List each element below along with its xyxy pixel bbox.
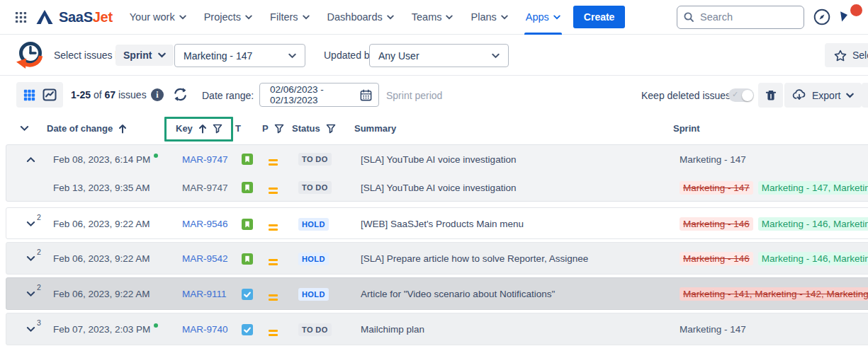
header-key[interactable]: Key [176,123,235,134]
logo-text: SaaSJet [59,9,113,25]
date-range-input[interactable]: 02/06/2023 - 02/13/2023 [259,83,379,107]
header-sprint[interactable]: Sprint [673,123,868,134]
chevron-down-icon [26,326,35,333]
sprint-select[interactable]: Marketing - 147 [174,44,305,67]
nav-dashboards[interactable]: Dashboards [327,0,394,35]
chevron-down-icon [492,53,500,59]
sprint-cell: Marketing - 147 [680,154,868,165]
chevron-down-icon [245,15,252,20]
table-row[interactable]: 2 Feb 06, 2023, 9:22 AM MAR-9542 HOLD [S… [6,242,868,275]
chevron-down-icon [501,15,508,20]
grid-dots-icon [14,11,28,24]
priority-medium-icon [269,259,278,265]
header-status[interactable]: Status [292,123,354,134]
search-input[interactable] [677,6,804,29]
issue-key-link[interactable]: MAR-9546 [182,219,228,229]
chevron-down-icon [26,255,35,262]
table-subrow[interactable]: Feb 13, 2023, 9:35 AM MAR-9747 TO DO [SL… [6,173,868,202]
deleted-issues-trash-button[interactable] [758,83,783,108]
issue-key-link[interactable]: MAR-9747 [182,154,228,165]
table-row[interactable]: 2 Feb 06, 2023, 9:22 AM MAR-9546 HOLD [W… [6,207,868,239]
issue-key-link[interactable]: MAR-9111 [182,289,227,299]
calendar-icon [359,88,373,102]
story-type-icon [242,154,253,165]
date-cell: Feb 06, 2023, 9:22 AM [53,289,182,299]
settings-button-partial[interactable] [862,83,868,108]
nav-plans[interactable]: Plans [470,0,507,35]
refresh-icon[interactable] [173,87,188,102]
help-compass-icon[interactable] [813,8,831,26]
check-icon: ✓ [732,90,738,99]
issue-key-link[interactable]: MAR-9747 [182,183,228,193]
table-view-icon[interactable] [22,88,37,103]
saasjet-logo[interactable]: SaaSJet [35,9,113,25]
summary-cell: [SLA] YouTube AI voice investigation [361,154,680,165]
issues-by-mode-dropdown[interactable]: Sprint [115,45,174,66]
nav-filters[interactable]: Filters [270,0,309,35]
info-icon[interactable]: i [151,88,164,101]
expand-row-chevron[interactable]: 3 [26,326,35,333]
status-badge: TO DO [298,153,332,166]
table-row[interactable]: Feb 08, 2023, 6:14 PM MAR-9747 TO DO [SL… [6,145,868,173]
filter-funnel-icon[interactable] [326,124,336,134]
chevron-down-icon [303,15,310,20]
collapse-row-chevron[interactable] [26,156,35,163]
date-range-label: Date range: [202,90,254,101]
issues-count: 1-25 of 67 issues [71,89,147,100]
filter-funnel-icon[interactable] [213,124,222,134]
date-cell: Feb 06, 2023, 9:22 AM [53,253,182,264]
chevron-down-icon [179,15,186,20]
table-row-selected[interactable]: 2 Feb 06, 2023, 9:22 AM MAR-9111 HOLD Ar… [6,277,868,310]
expand-row-chevron[interactable]: 2 [26,221,35,227]
nav-items: Your work Projects Filters Dashboards Te… [130,0,560,35]
export-button[interactable]: Export [784,83,862,108]
date-cell: Feb 07, 2023, 2:03 PM [53,324,182,335]
story-type-icon [242,253,253,265]
table-row[interactable]: 3 Feb 07, 2023, 2:03 PM MAR-9740 TO DO M… [6,313,868,345]
summary-cell: [SLA] Prepare article how to solve Repor… [361,253,680,264]
changes-count: 3 [37,318,41,327]
star-icon [834,50,847,62]
chart-view-icon[interactable] [42,87,57,103]
change-dot-indicator [154,323,158,328]
nav-projects[interactable]: Projects [204,0,252,35]
header-summary[interactable]: Summary [354,123,673,134]
issue-key-link[interactable]: MAR-9740 [182,324,228,335]
keep-deleted-toggle[interactable]: ✓ [728,88,754,102]
sprint-new-value: Marketing - 147, Marketing - 148 [758,181,868,195]
create-button[interactable]: Create [573,6,626,28]
chevron-down-icon [288,53,296,59]
select-saved-filter-button[interactable]: Select [825,43,868,67]
summary-cell: Mailchimp plan [361,324,680,335]
expand-row-chevron[interactable]: 2 [26,255,35,262]
sort-up-icon[interactable] [118,124,127,134]
chevron-down-icon [553,15,560,20]
updated-by-select[interactable]: Any User [369,44,509,67]
nav-apps[interactable]: Apps [526,0,560,35]
sort-up-icon[interactable] [198,124,207,134]
notification-icon[interactable] [840,8,858,26]
toggle-knob [742,90,753,101]
changes-count: 2 [37,213,41,221]
story-type-icon [242,219,253,230]
toolbar: 1-25 of 67 issues i Date range: 02/06/20… [0,76,868,113]
filter-funnel-icon[interactable] [274,124,284,134]
expand-row-chevron[interactable]: 2 [26,291,35,297]
saasjet-triangle-icon [35,9,54,25]
top-navigation: SaaSJet Your work Projects Filters Dashb… [0,0,868,35]
app-switcher-icon[interactable] [10,6,31,28]
changes-count: 2 [37,283,41,292]
status-badge: HOLD [298,288,329,301]
sprint-cell: Marketing - 141, Marketing - 142, Market… [680,289,868,299]
collapse-all-chevron[interactable] [20,125,29,132]
header-date-of-change[interactable]: Date of change [47,123,176,134]
nav-teams[interactable]: Teams [412,0,453,35]
header-type[interactable]: T [235,123,262,134]
chevron-down-icon [26,221,35,227]
table-header: Date of change Key T P Status Summary Sp… [0,113,868,144]
issue-key-link[interactable]: MAR-9542 [182,253,228,264]
story-type-icon [242,182,253,193]
header-priority[interactable]: P [262,123,292,134]
chevron-down-icon [446,15,453,20]
nav-your-work[interactable]: Your work [130,0,186,35]
